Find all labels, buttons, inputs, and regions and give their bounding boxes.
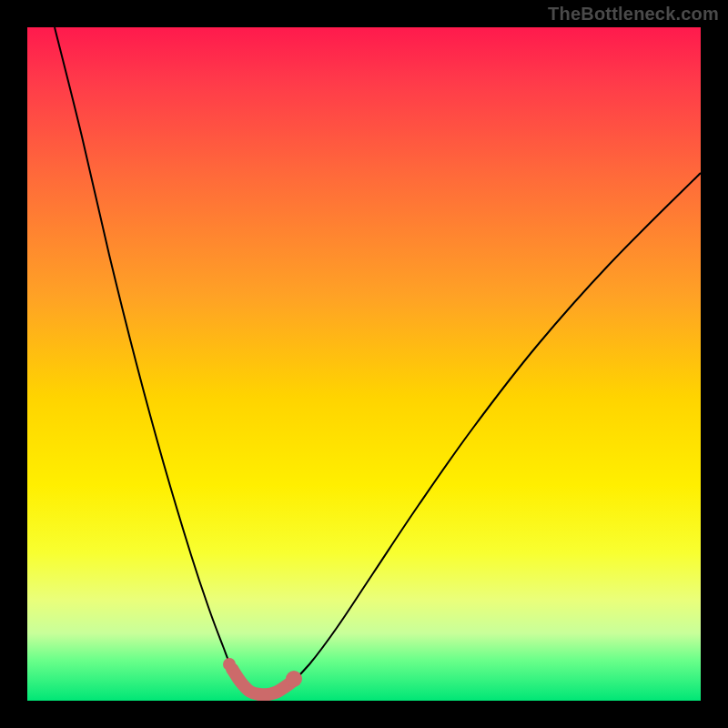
dot-left: [223, 658, 236, 671]
bottleneck-curve: [55, 27, 701, 694]
curve-svg: [27, 27, 701, 701]
watermark-text: TheBottleneck.com: [548, 4, 719, 25]
dot-right: [286, 671, 302, 687]
marker-band: [232, 669, 291, 694]
plot-area: [27, 27, 701, 701]
chart-frame: TheBottleneck.com: [0, 0, 728, 728]
